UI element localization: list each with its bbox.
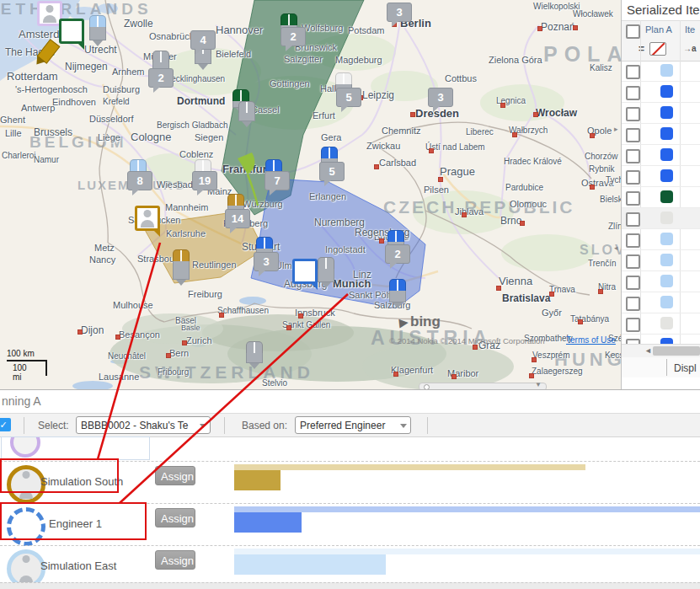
column-plan-a[interactable]: Plan A [645, 24, 672, 35]
serialized-item-row[interactable] [622, 187, 700, 208]
map-label-brno: Brno [500, 215, 521, 227]
chevron-down-icon [400, 424, 407, 428]
cluster-pin-3[interactable]: 3 [387, 3, 412, 22]
assign-button[interactable]: Assign [155, 466, 195, 485]
cluster-pin-2[interactable]: 2 [281, 27, 306, 46]
gantt-bar[interactable] [234, 512, 302, 533]
map-pin[interactable] [173, 249, 190, 286]
assign-button[interactable]: Assign [155, 550, 195, 570]
serialized-item-row[interactable] [622, 292, 700, 313]
map-label-tychy: Tychy [606, 175, 621, 185]
item-checkbox[interactable] [626, 86, 640, 100]
city-dot [578, 319, 583, 324]
cluster-pin-2[interactable]: 2 [385, 244, 410, 264]
scrollbar-thumb[interactable] [653, 346, 700, 356]
serialized-item-row[interactable] [622, 166, 700, 187]
assign-button[interactable]: Assign [155, 508, 195, 527]
plan-color-swatch [660, 317, 673, 329]
serialized-item-row[interactable] [622, 145, 700, 166]
map-resize-handle[interactable]: ▼ [419, 383, 547, 389]
plan-color-swatch [660, 127, 673, 140]
map-viewport[interactable]: NETHERLANDSBELGIUMLUXEMBOURGCZECH REPUBL… [0, 0, 621, 389]
work-order-select[interactable]: BBBB0002 - Shaku's Te [76, 416, 211, 434]
map-label-coblenz: Coblenz [179, 149, 213, 159]
scroll-left-icon[interactable]: ◄ [644, 346, 652, 355]
map-label-magdeburg: Magdeburg [335, 55, 382, 65]
pin-cap-icon [232, 89, 249, 101]
cluster-pin-5[interactable]: 5 [319, 162, 345, 181]
serialized-item-row[interactable] [622, 271, 700, 292]
cluster-pin-8[interactable]: 8 [127, 171, 152, 190]
map-label-leipzig: Leipzig [362, 89, 394, 101]
filter-edit-icon[interactable] [649, 42, 666, 56]
item-checkbox[interactable] [626, 297, 640, 311]
column-item[interactable]: Ite [685, 24, 695, 35]
serialized-item-row[interactable] [622, 82, 700, 103]
map-label-namur: Namur [34, 155, 59, 164]
item-checkbox[interactable] [626, 128, 640, 142]
serialized-item-row[interactable] [622, 124, 700, 145]
item-checkbox[interactable] [626, 107, 640, 121]
item-checkbox[interactable] [626, 233, 640, 248]
based-on-select[interactable]: Preferred Engineer [295, 416, 411, 434]
map-pin[interactable] [389, 279, 406, 308]
plan-color-swatch [660, 254, 673, 266]
serialized-items-panel: Serialized Ite Plan A Ite = →a ◄ Displ [621, 0, 700, 389]
map-label-osnabr-ck: Osnabrück [149, 31, 194, 41]
map-label-bielefeld: Bielefeld [216, 49, 251, 59]
item-checkbox[interactable] [626, 276, 640, 290]
cluster-pin-3[interactable]: 3 [428, 88, 453, 107]
toolbar-divider [427, 417, 428, 434]
city-dot [573, 25, 578, 30]
serialized-item-row[interactable] [622, 103, 700, 124]
item-checkbox[interactable] [626, 212, 640, 227]
planning-toolbar: ✓ Select: BBBB0002 - Shaku's Te Based on… [0, 413, 700, 437]
item-checkbox[interactable] [626, 254, 640, 269]
item-checkbox[interactable] [626, 149, 640, 163]
cluster-pin-4[interactable]: 4 [190, 30, 216, 50]
item-checkbox[interactable] [626, 65, 640, 79]
serialized-item-row[interactable] [622, 208, 700, 229]
map-pin[interactable] [238, 101, 255, 127]
serialized-item-row[interactable] [622, 229, 700, 250]
gantt-bar[interactable] [234, 554, 386, 575]
cluster-pin-14[interactable]: 14 [225, 209, 250, 228]
select-all-checkbox[interactable] [626, 24, 640, 39]
item-checkbox[interactable] [626, 170, 640, 185]
serialized-item-row[interactable] [622, 250, 700, 271]
cluster-pin-2[interactable]: 2 [148, 68, 174, 88]
cluster-pin-19[interactable]: 19 [192, 171, 217, 190]
splitter-collapse-icon[interactable]: ◂ [614, 244, 618, 252]
gantt-bar[interactable] [234, 470, 281, 490]
selected-resource-marker[interactable] [135, 206, 160, 231]
pin-cap-icon [246, 341, 263, 353]
map-pin[interactable] [89, 15, 106, 46]
filter-goto-icon[interactable]: →a [683, 44, 697, 53]
map-pin[interactable] [246, 341, 263, 369]
gantt-track [234, 549, 700, 554]
flag-marker-icon[interactable] [234, 152, 261, 212]
cluster-pin-5[interactable]: 5 [336, 88, 361, 107]
map-pin[interactable] [318, 257, 334, 288]
resource-row-partial[interactable] [1, 436, 150, 460]
serialized-item-row[interactable] [622, 61, 700, 82]
map-label-salzgitter: Salzgitter [284, 54, 323, 64]
map-label-wroc-aw: Wrocław [536, 107, 577, 119]
selected-resource-marker[interactable] [292, 259, 318, 284]
footer-divider [666, 359, 667, 376]
map-label-brussels: Brussels [34, 126, 72, 138]
based-on-label: Based on: [242, 420, 287, 431]
selected-resource-marker[interactable] [59, 19, 84, 44]
map-label-zwolle: Zwolle [124, 18, 153, 29]
horizontal-scrollbar[interactable]: ◄ [622, 344, 700, 358]
map-toggle-icon[interactable]: ✓ [0, 418, 11, 431]
cluster-pin-7[interactable]: 7 [265, 171, 290, 190]
serialized-item-row[interactable] [622, 313, 700, 335]
bing-logo-icon: ▶ [398, 316, 409, 329]
terms-of-use-link[interactable]: Terms of Use [566, 335, 616, 345]
splitter-expand-icon[interactable]: ▸ [614, 125, 618, 133]
cluster-pin-3[interactable]: 3 [254, 252, 279, 271]
map-label-duisburg: Duisburg [103, 84, 140, 94]
item-checkbox[interactable] [626, 318, 640, 332]
item-checkbox[interactable] [626, 191, 640, 206]
